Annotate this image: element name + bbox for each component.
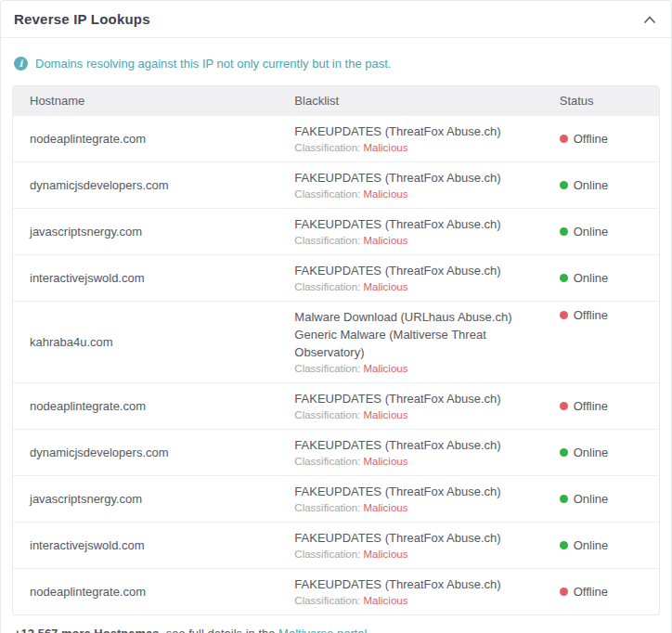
classification-label: Classification: (294, 409, 360, 420)
blacklist-lines: FAKEUPDATES (ThreatFox Abuse.ch) (294, 215, 525, 233)
panel-header: Reverse IP Lookups (1, 1, 671, 38)
blacklist-cell: Malware Download (URLhaus Abuse.ch)Gener… (278, 301, 542, 382)
blacklist-lines: Malware Download (URLhaus Abuse.ch)Gener… (294, 308, 525, 361)
table-row: nodeaplintegrate.com FAKEUPDATES (Threat… (13, 115, 659, 161)
status-dot (560, 588, 568, 596)
table-row: interactivejswold.com FAKEUPDATES (Threa… (13, 254, 659, 301)
hostname-cell: nodeaplintegrate.com (13, 382, 278, 429)
hostname: kahraba4u.com (30, 335, 113, 349)
status-label: Online (574, 178, 609, 192)
hostname: interactivejswold.com (30, 271, 145, 285)
status-dot (560, 227, 568, 236)
status-label: Online (574, 492, 609, 506)
table-row: nodeaplintegrate.com FAKEUPDATES (Threat… (13, 568, 659, 614)
classification-value: Malicious (364, 281, 408, 292)
blacklist-cell: FAKEUPDATES (ThreatFox Abuse.ch) Classif… (278, 254, 542, 301)
blacklist-cell: FAKEUPDATES (ThreatFox Abuse.ch) Classif… (278, 475, 542, 522)
status-label: Online (574, 225, 609, 239)
blacklist-lines: FAKEUPDATES (ThreatFox Abuse.ch) (294, 390, 525, 407)
table-row: javascriptsnergy.com FAKEUPDATES (Threat… (13, 475, 659, 522)
hostname: nodeaplintegrate.com (30, 132, 146, 146)
blacklist-entry: FAKEUPDATES (ThreatFox Abuse.ch) (294, 390, 525, 407)
blacklist-cell: FAKEUPDATES (ThreatFox Abuse.ch) Classif… (278, 429, 542, 475)
blacklist-entry: Malware Download (URLhaus Abuse.ch) (294, 308, 525, 326)
status-badge: Offline (560, 585, 608, 599)
status-label: Offline (574, 308, 608, 322)
collapse-button[interactable] (641, 11, 658, 28)
classification-line: Classification: Malicious (294, 280, 525, 294)
blacklist-cell: FAKEUPDATES (ThreatFox Abuse.ch) Classif… (278, 522, 542, 568)
blacklist-lines: FAKEUPDATES (ThreatFox Abuse.ch) (294, 575, 525, 593)
chevron-up-icon (643, 15, 656, 24)
status-label: Online (574, 538, 609, 552)
classification-value: Malicious (364, 549, 408, 560)
blacklist-entry: FAKEUPDATES (ThreatFox Abuse.ch) (294, 483, 525, 500)
reverse-ip-table: Hostname Blacklist Status nodeaplintegra… (12, 85, 660, 615)
table-body: nodeaplintegrate.com FAKEUPDATES (Threat… (13, 115, 659, 614)
status-label: Offline (574, 399, 608, 413)
status-cell: Online (543, 475, 659, 522)
table-row: javascriptsnergy.com FAKEUPDATES (Threat… (13, 208, 659, 254)
hostname-cell: interactivejswold.com (13, 522, 278, 568)
blacklist-entry: FAKEUPDATES (ThreatFox Abuse.ch) (294, 575, 525, 593)
status-cell: Offline (543, 301, 659, 382)
blacklist-lines: FAKEUPDATES (ThreatFox Abuse.ch) (294, 483, 525, 500)
table-row: dynamicjsdevelopers.com FAKEUPDATES (Thr… (13, 161, 659, 208)
maltiverse-portal-link[interactable]: Maltiverse portal (278, 627, 367, 633)
more-hostnames-count: +12,567 more Hostnames (14, 627, 159, 633)
table-footer: +12,567 more Hostnames, see full details… (14, 627, 658, 633)
classification-label: Classification: (294, 142, 360, 153)
classification-line: Classification: Malicious (294, 362, 525, 376)
classification-line: Classification: Malicious (294, 594, 525, 608)
table-row: interactivejswold.com FAKEUPDATES (Threa… (13, 522, 659, 568)
status-label: Online (574, 271, 609, 285)
status-dot (560, 541, 568, 549)
status-dot (560, 274, 568, 282)
hostname: javascriptsnergy.com (30, 492, 142, 506)
hostname-cell: kahraba4u.com (13, 301, 278, 382)
classification-value: Malicious (364, 409, 408, 420)
classification-value: Malicious (364, 595, 408, 606)
footer-text: , see full details in the (159, 627, 278, 633)
status-label: Offline (574, 132, 608, 146)
status-dot (560, 495, 568, 503)
status-badge: Online (560, 178, 609, 192)
blacklist-lines: FAKEUPDATES (ThreatFox Abuse.ch) (294, 262, 525, 279)
classification-label: Classification: (294, 188, 360, 200)
blacklist-entry: FAKEUPDATES (ThreatFox Abuse.ch) (294, 169, 525, 187)
hostname: interactivejswold.com (30, 538, 145, 552)
blacklist-cell: FAKEUPDATES (ThreatFox Abuse.ch) Classif… (278, 161, 542, 208)
hostname: nodeaplintegrate.com (30, 585, 146, 599)
classification-value: Malicious (364, 188, 408, 200)
classification-value: Malicious (364, 502, 408, 513)
blacklist-cell: FAKEUPDATES (ThreatFox Abuse.ch) Classif… (278, 115, 542, 161)
column-header-hostname: Hostname (13, 86, 278, 115)
blacklist-lines: FAKEUPDATES (ThreatFox Abuse.ch) (294, 436, 525, 454)
status-badge: Online (560, 446, 609, 459)
status-label: Online (574, 446, 609, 459)
classification-line: Classification: Malicious (294, 234, 525, 248)
status-badge: Online (560, 271, 609, 285)
hostname: dynamicjsdevelopers.com (30, 178, 169, 192)
status-cell: Online (543, 161, 659, 208)
hostname: nodeaplintegrate.com (30, 399, 146, 413)
table-row: nodeaplintegrate.com FAKEUPDATES (Threat… (13, 382, 659, 429)
hostname: javascriptsnergy.com (30, 225, 142, 239)
blacklist-entry: FAKEUPDATES (ThreatFox Abuse.ch) (294, 123, 525, 140)
hostname-cell: nodeaplintegrate.com (13, 115, 278, 161)
classification-label: Classification: (294, 456, 360, 467)
status-dot (560, 402, 568, 410)
status-cell: Online (543, 254, 659, 301)
classification-line: Classification: Malicious (294, 501, 525, 515)
table-row: dynamicjsdevelopers.com FAKEUPDATES (Thr… (13, 429, 659, 475)
hostname-cell: javascriptsnergy.com (13, 475, 278, 522)
status-cell: Online (543, 208, 659, 254)
info-banner: i Domains resolving against this IP not … (14, 57, 658, 71)
blacklist-lines: FAKEUPDATES (ThreatFox Abuse.ch) (294, 169, 525, 187)
status-cell: Offline (543, 382, 659, 429)
reverse-ip-lookups-panel: Reverse IP Lookups i Domains resolving a… (0, 0, 672, 633)
hostname-cell: nodeaplintegrate.com (13, 568, 278, 614)
blacklist-entry: FAKEUPDATES (ThreatFox Abuse.ch) (294, 529, 525, 547)
classification-label: Classification: (294, 502, 360, 513)
status-cell: Online (543, 522, 659, 568)
